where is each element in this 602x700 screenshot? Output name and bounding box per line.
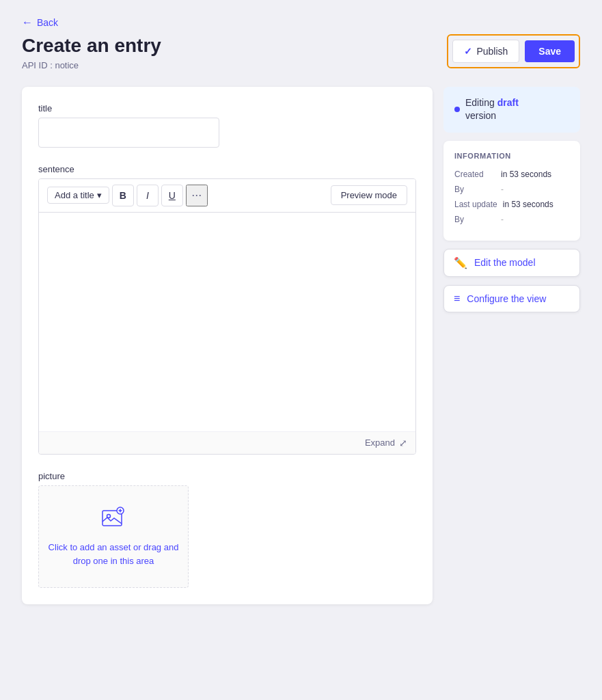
underline-button[interactable]: U — [161, 185, 183, 206]
picture-field-group: picture Click to add an asset or drag an… — [38, 471, 416, 588]
list-icon: ≡ — [454, 293, 460, 305]
title-field-group: title — [38, 103, 416, 148]
editing-highlight: draft — [497, 97, 519, 108]
rich-text-editor: Add a title ▾ B I U ··· Preview mode Exp — [38, 178, 416, 455]
editing-suffix: version — [465, 110, 496, 121]
created-label: Created — [454, 170, 495, 179]
publish-label: Publish — [476, 46, 508, 57]
pencil-icon: ✏️ — [454, 256, 467, 269]
back-label: Back — [37, 17, 58, 28]
page-header: Create an entry API ID : notice ✓ Publis… — [22, 34, 580, 70]
page-title: Create an entry — [22, 34, 161, 57]
more-options-button[interactable]: ··· — [186, 185, 208, 206]
publish-button[interactable]: ✓ Publish — [452, 40, 519, 63]
editing-text: Editing draft version — [465, 96, 519, 123]
info-card-title: INFORMATION — [454, 152, 569, 160]
expand-label: Expand — [365, 438, 395, 448]
back-link[interactable]: ← Back — [22, 16, 58, 29]
created-row: Created in 53 seconds — [454, 170, 569, 179]
sentence-field-label: sentence — [38, 164, 416, 174]
created-value: in 53 seconds — [501, 170, 551, 179]
expand-icon: ⤢ — [399, 438, 407, 448]
editor-content[interactable] — [39, 213, 415, 431]
configure-view-label: Configure the view — [467, 293, 546, 304]
edit-model-button[interactable]: ✏️ Edit the model — [443, 249, 580, 277]
editing-prefix: Editing — [465, 97, 495, 108]
last-update-label: Last update — [454, 200, 497, 209]
upload-area[interactable]: Click to add an asset or drag and drop o… — [38, 485, 189, 588]
expand-button[interactable]: Expand ⤢ — [365, 438, 407, 448]
info-card: INFORMATION Created in 53 seconds By - L… — [443, 141, 580, 241]
api-id: API ID : notice — [22, 60, 161, 70]
add-title-dropdown[interactable]: Add a title ▾ — [47, 187, 109, 204]
header-actions: ✓ Publish Save — [447, 34, 580, 68]
editor-toolbar: Add a title ▾ B I U ··· Preview mode — [39, 179, 415, 213]
last-update-row: Last update in 53 seconds — [454, 200, 569, 209]
bold-button[interactable]: B — [112, 185, 134, 206]
save-button[interactable]: Save — [525, 40, 575, 62]
italic-button[interactable]: I — [137, 185, 159, 206]
created-by-value: - — [501, 185, 504, 194]
check-icon: ✓ — [464, 46, 472, 57]
created-by-row: By - — [454, 185, 569, 194]
sidebar: Editing draft version INFORMATION Create… — [443, 87, 580, 312]
last-update-by-row: By - — [454, 215, 569, 224]
page-title-section: Create an entry API ID : notice — [22, 34, 161, 70]
back-arrow-icon: ← — [22, 16, 33, 29]
title-field-label: title — [38, 103, 416, 113]
content-layout: title sentence Add a title ▾ B I U ··· — [22, 87, 580, 604]
main-form: title sentence Add a title ▾ B I U ··· — [22, 87, 433, 604]
chevron-down-icon: ▾ — [97, 190, 102, 200]
edit-model-label: Edit the model — [474, 257, 536, 268]
upload-icon — [101, 505, 126, 533]
preview-mode-button[interactable]: Preview mode — [331, 185, 407, 205]
sentence-field-group: sentence Add a title ▾ B I U ··· Preview… — [38, 164, 416, 455]
last-update-value: in 53 seconds — [503, 200, 553, 209]
last-update-by-label: By — [454, 215, 495, 224]
upload-text: Click to add an asset or drag and drop o… — [39, 541, 188, 567]
last-update-by-value: - — [501, 215, 504, 224]
draft-indicator — [454, 107, 460, 112]
configure-view-button[interactable]: ≡ Configure the view — [443, 285, 580, 312]
add-title-label: Add a title — [55, 190, 94, 200]
created-by-label: By — [454, 185, 495, 194]
picture-field-label: picture — [38, 471, 416, 481]
editing-badge: Editing draft version — [443, 87, 580, 133]
title-input[interactable] — [38, 118, 219, 148]
editor-footer: Expand ⤢ — [39, 431, 415, 454]
